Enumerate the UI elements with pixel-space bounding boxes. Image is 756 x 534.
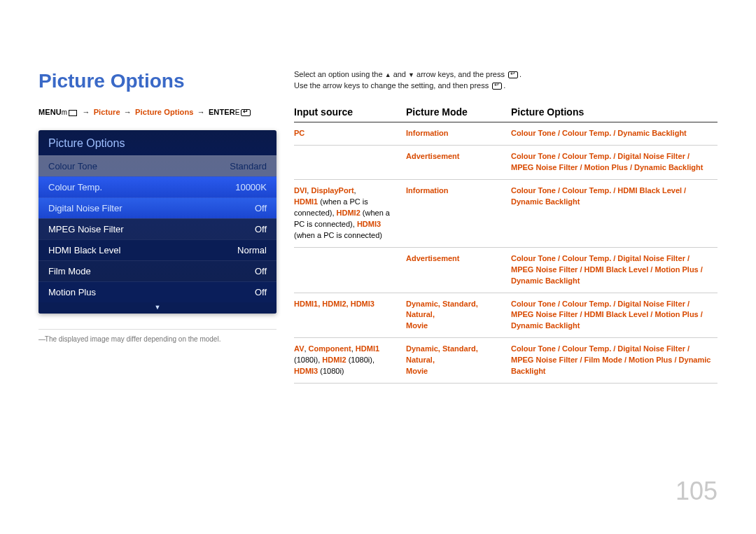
instruction-line-1: Select an option using the ▲ and ▼ arrow… bbox=[294, 70, 718, 78]
text: . bbox=[519, 70, 522, 78]
cell-picture-options: Colour Tone / Colour Temp. / Digital Noi… bbox=[511, 151, 718, 174]
text: Colour Tone / Colour Temp. / Digital Noi… bbox=[511, 344, 718, 355]
osd-label: Digital Noise Filter bbox=[48, 203, 122, 213]
osd-panel: Picture Options Colour Tone Standard Col… bbox=[38, 130, 276, 314]
text: arrow keys, and the press bbox=[414, 70, 507, 78]
text: and bbox=[391, 70, 408, 78]
arrow-icon: → bbox=[196, 108, 206, 116]
breadcrumb: MENUm → Picture → Picture Options → ENTE… bbox=[38, 108, 276, 116]
osd-value: Off bbox=[255, 287, 267, 297]
breadcrumb-picture-options: Picture Options bbox=[135, 108, 193, 116]
text: Use the arrow keys to change the setting… bbox=[294, 81, 491, 90]
breadcrumb-picture: Picture bbox=[94, 108, 120, 116]
disclaimer-text: The displayed image may differ depending… bbox=[38, 335, 276, 343]
osd-row-colour-temp[interactable]: Colour Temp. 10000K bbox=[38, 176, 276, 197]
text: Colour Tone / Colour Temp. / Digital Noi… bbox=[511, 299, 718, 310]
text: Dynamic Backlight bbox=[511, 197, 718, 208]
text: . bbox=[503, 81, 505, 90]
cell-input-source: HDMI1, HDMI2, HDMI3 bbox=[294, 299, 406, 332]
page-title: Picture Options bbox=[38, 70, 276, 92]
instruction-line-2: Use the arrow keys to change the setting… bbox=[294, 81, 718, 90]
text: Backlight bbox=[511, 366, 718, 377]
cell-picture-options: Colour Tone / Colour Temp. / Digital Noi… bbox=[511, 253, 718, 287]
osd-value: Off bbox=[255, 224, 267, 234]
osd-title: Picture Options bbox=[38, 130, 276, 155]
cell-picture-mode: Information bbox=[406, 185, 511, 241]
enter-icon-label: E bbox=[235, 108, 240, 116]
up-arrow-icon: ▲ bbox=[385, 71, 391, 78]
osd-label: Motion Plus bbox=[48, 287, 96, 297]
osd-label: Colour Temp. bbox=[48, 182, 102, 192]
osd-row-digital-noise-filter[interactable]: Digital Noise Filter Off bbox=[38, 197, 276, 218]
enter-icon bbox=[492, 83, 502, 90]
osd-value: 10000K bbox=[235, 182, 267, 192]
cell-picture-options: Colour Tone / Colour Temp. / Digital Noi… bbox=[511, 299, 718, 332]
cell-picture-mode: Dynamic, Standard, Natural,Movie bbox=[406, 299, 511, 332]
text: MPEG Noise Filter / HDMI Black Level / M… bbox=[511, 265, 718, 276]
osd-row-motion-plus[interactable]: Motion Plus Off bbox=[38, 281, 276, 302]
col-picture-mode: Picture Mode bbox=[406, 106, 511, 118]
cell-picture-mode: Advertisement bbox=[406, 253, 511, 287]
table-row: DVI, DisplayPort, HDMI1 (when a PC is co… bbox=[294, 180, 718, 248]
text: MPEG Noise Filter / HDMI Black Level / M… bbox=[511, 309, 718, 321]
text: Dynamic Backlight bbox=[511, 276, 718, 287]
osd-value: Standard bbox=[230, 161, 267, 171]
cell-picture-options: Colour Tone / Colour Temp. / Digital Noi… bbox=[511, 344, 718, 377]
text: Select an option using the bbox=[294, 70, 385, 78]
col-input-source: Input source bbox=[294, 106, 406, 118]
page-number: 105 bbox=[676, 477, 718, 506]
text: MPEG Noise Filter / Motion Plus / Dynami… bbox=[511, 162, 718, 174]
arrow-icon: → bbox=[80, 108, 91, 116]
text: Colour Tone / Colour Temp. / HDMI Black … bbox=[511, 185, 718, 197]
arrow-icon: → bbox=[122, 108, 133, 116]
text: Colour Tone / Colour Temp. / Digital Noi… bbox=[511, 151, 718, 162]
cell-picture-options: Colour Tone / Colour Temp. / Dynamic Bac… bbox=[511, 128, 718, 139]
osd-row-hdmi-black-level[interactable]: HDMI Black Level Normal bbox=[38, 239, 276, 260]
cell-picture-mode: Dynamic, Standard, Natural,Movie bbox=[406, 344, 511, 377]
breadcrumb-menu: MENU bbox=[38, 108, 62, 116]
osd-value: Off bbox=[255, 266, 267, 276]
table-row: Advertisement Colour Tone / Colour Temp.… bbox=[294, 146, 718, 180]
osd-label: HDMI Black Level bbox=[48, 245, 120, 255]
osd-row-mpeg-noise-filter[interactable]: MPEG Noise Filter Off bbox=[38, 218, 276, 239]
table-row: AV, Component, HDMI1 (1080i), HDMI2 (108… bbox=[294, 338, 718, 384]
down-arrow-icon: ▼ bbox=[408, 71, 414, 78]
menu-icon bbox=[69, 110, 77, 116]
table-header: Input source Picture Mode Picture Option… bbox=[294, 106, 718, 122]
cell-input-source: PC bbox=[294, 128, 406, 139]
table-row: PC Information Colour Tone / Colour Temp… bbox=[294, 122, 718, 146]
col-picture-options: Picture Options bbox=[511, 106, 718, 118]
text: Dynamic Backlight bbox=[511, 321, 718, 332]
osd-row-colour-tone[interactable]: Colour Tone Standard bbox=[38, 155, 276, 176]
table-row: HDMI1, HDMI2, HDMI3 Dynamic, Standard, N… bbox=[294, 293, 718, 339]
cell-picture-options: Colour Tone / Colour Temp. / HDMI Black … bbox=[511, 185, 718, 241]
enter-icon bbox=[241, 109, 251, 116]
osd-value: Off bbox=[255, 203, 267, 213]
cell-input-source: AV, Component, HDMI1 (1080i), HDMI2 (108… bbox=[294, 344, 406, 377]
osd-scroll-down-icon[interactable]: ▼ bbox=[38, 302, 276, 314]
osd-row-film-mode[interactable]: Film Mode Off bbox=[38, 260, 276, 281]
breadcrumb-enter: ENTER bbox=[209, 108, 235, 116]
osd-label: Colour Tone bbox=[48, 161, 97, 171]
divider bbox=[38, 329, 276, 330]
options-table: Input source Picture Mode Picture Option… bbox=[294, 106, 718, 384]
cell-picture-mode: Advertisement bbox=[406, 151, 511, 174]
text: MPEG Noise Filter / Film Mode / Motion P… bbox=[511, 355, 718, 366]
table-row: Advertisement Colour Tone / Colour Temp.… bbox=[294, 248, 718, 293]
osd-label: MPEG Noise Filter bbox=[48, 224, 124, 234]
cell-picture-mode: Information bbox=[406, 128, 511, 139]
osd-label: Film Mode bbox=[48, 266, 91, 276]
menu-icon-label: m bbox=[62, 108, 67, 116]
enter-icon bbox=[508, 71, 518, 78]
text: Colour Tone / Colour Temp. / Digital Noi… bbox=[511, 253, 718, 265]
cell-input-source: DVI, DisplayPort, HDMI1 (when a PC is co… bbox=[294, 185, 406, 241]
osd-value: Normal bbox=[237, 245, 267, 255]
